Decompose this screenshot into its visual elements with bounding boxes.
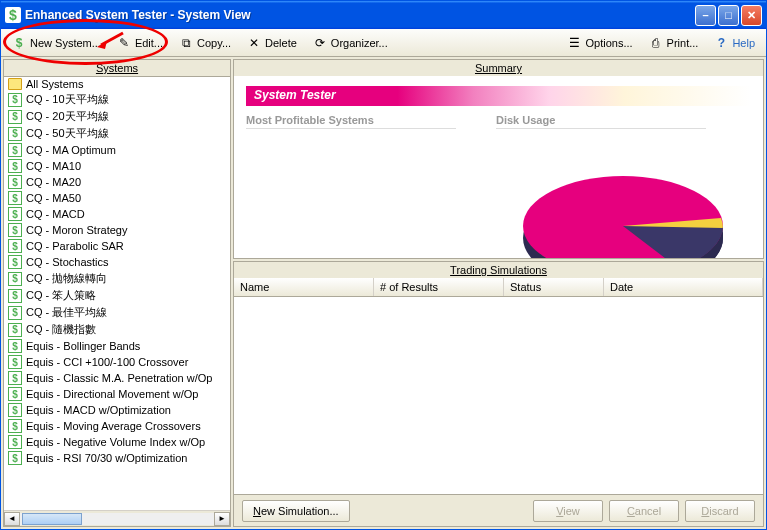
tree-item[interactable]: $CQ - Stochastics xyxy=(4,254,230,270)
tree-item[interactable]: $CQ - MA50 xyxy=(4,190,230,206)
help-icon: ? xyxy=(714,36,728,50)
tree-item-label: CQ - MA Optimum xyxy=(26,144,116,156)
dollar-icon: $ xyxy=(8,419,22,433)
dollar-icon: $ xyxy=(8,223,22,237)
new-simulation-button[interactable]: New Simulation... xyxy=(242,500,350,522)
tree-item[interactable]: $CQ - MA20 xyxy=(4,174,230,190)
tree-item-label: CQ - 拋物線轉向 xyxy=(26,271,107,286)
tree-item-label: Equis - Directional Movement w/Op xyxy=(26,388,198,400)
dollar-icon: $ xyxy=(8,387,22,401)
dollar-icon: $ xyxy=(8,127,22,141)
edit-button[interactable]: ✎ Edit... xyxy=(110,33,170,53)
tree-item[interactable]: $Equis - MACD w/Optimization xyxy=(4,402,230,418)
new-system-button[interactable]: $ New System... xyxy=(5,33,108,53)
dollar-icon: $ xyxy=(8,191,22,205)
col-status[interactable]: Status xyxy=(504,278,604,296)
minimize-button[interactable]: – xyxy=(695,5,716,26)
tree-item[interactable]: $CQ - MA Optimum xyxy=(4,142,230,158)
tree-item-label: CQ - 20天平均線 xyxy=(26,109,109,124)
tree-item[interactable]: $CQ - MA10 xyxy=(4,158,230,174)
col-results[interactable]: # of Results xyxy=(374,278,504,296)
tree-item[interactable]: $Equis - CCI +100/-100 Crossover xyxy=(4,354,230,370)
organizer-button[interactable]: ⟳ Organizer... xyxy=(306,33,395,53)
scroll-right-button[interactable]: ► xyxy=(214,512,230,526)
dollar-icon: $ xyxy=(8,323,22,337)
dollar-icon: $ xyxy=(8,207,22,221)
tree-item-label: CQ - MA10 xyxy=(26,160,81,172)
tree-item[interactable]: $Equis - RSI 70/30 w/Optimization xyxy=(4,450,230,466)
close-button[interactable]: ✕ xyxy=(741,5,762,26)
tree-item-label: CQ - 最佳平均線 xyxy=(26,305,107,320)
tree-item[interactable]: $Equis - Moving Average Crossovers xyxy=(4,418,230,434)
titlebar: $ Enhanced System Tester - System View –… xyxy=(1,1,766,29)
tree-item[interactable]: $CQ - 10天平均線 xyxy=(4,91,230,108)
tree-item[interactable]: $CQ - 50天平均線 xyxy=(4,125,230,142)
trading-table-header: Name # of Results Status Date xyxy=(234,278,763,297)
edit-label: Edit... xyxy=(135,37,163,49)
tree-item[interactable]: $Equis - Classic M.A. Penetration w/Op xyxy=(4,370,230,386)
tree-root-label: All Systems xyxy=(26,78,83,90)
app-icon: $ xyxy=(5,7,21,23)
delete-icon: ✕ xyxy=(247,36,261,50)
tree-item-label: CQ - MA50 xyxy=(26,192,81,204)
print-label: Print... xyxy=(667,37,699,49)
delete-button[interactable]: ✕ Delete xyxy=(240,33,304,53)
summary-banner: System Tester xyxy=(246,86,751,106)
disk-usage-pie-chart xyxy=(513,146,733,258)
tree-root[interactable]: All Systems xyxy=(4,77,230,91)
dollar-icon: $ xyxy=(8,371,22,385)
systems-tree[interactable]: All Systems$CQ - 10天平均線$CQ - 20天平均線$CQ -… xyxy=(4,76,230,510)
scroll-thumb[interactable] xyxy=(22,513,82,525)
toolbar: $ New System... ✎ Edit... ⧉ Copy... ✕ De… xyxy=(1,29,766,57)
tree-item-label: CQ - Parabolic SAR xyxy=(26,240,124,252)
tree-item[interactable]: $Equis - Directional Movement w/Op xyxy=(4,386,230,402)
dollar-icon: $ xyxy=(8,306,22,320)
view-button[interactable]: View xyxy=(533,500,603,522)
tree-item-label: CQ - 笨人策略 xyxy=(26,288,96,303)
options-label: Options... xyxy=(586,37,633,49)
col-name[interactable]: Name xyxy=(234,278,374,296)
dollar-icon: $ xyxy=(8,289,22,303)
tree-item[interactable]: $Equis - Bollinger Bands xyxy=(4,338,230,354)
cancel-button[interactable]: Cancel xyxy=(609,500,679,522)
summary-panel: Summary System Tester Most Profitable Sy… xyxy=(233,59,764,259)
summary-header: Summary xyxy=(234,60,763,76)
pencil-icon: ✎ xyxy=(117,36,131,50)
dollar-icon: $ xyxy=(8,110,22,124)
tree-item[interactable]: $CQ - 隨機指數 xyxy=(4,321,230,338)
tree-item-label: Equis - Classic M.A. Penetration w/Op xyxy=(26,372,212,384)
options-icon: ☰ xyxy=(568,36,582,50)
print-button[interactable]: ⎙ Print... xyxy=(642,33,706,53)
tree-item[interactable]: $CQ - 笨人策略 xyxy=(4,287,230,304)
dollar-icon: $ xyxy=(8,175,22,189)
tree-item[interactable]: $CQ - MACD xyxy=(4,206,230,222)
tree-item-label: CQ - Moron Strategy xyxy=(26,224,127,236)
tree-item-label: CQ - 50天平均線 xyxy=(26,126,109,141)
trading-table-body xyxy=(234,297,763,494)
copy-button[interactable]: ⧉ Copy... xyxy=(172,33,238,53)
tree-item[interactable]: $CQ - Parabolic SAR xyxy=(4,238,230,254)
col-date[interactable]: Date xyxy=(604,278,763,296)
maximize-button[interactable]: □ xyxy=(718,5,739,26)
tree-item[interactable]: $CQ - 最佳平均線 xyxy=(4,304,230,321)
dollar-icon: $ xyxy=(8,435,22,449)
tree-item[interactable]: $CQ - Moron Strategy xyxy=(4,222,230,238)
tree-item[interactable]: $CQ - 20天平均線 xyxy=(4,108,230,125)
print-icon: ⎙ xyxy=(649,36,663,50)
options-button[interactable]: ☰ Options... xyxy=(561,33,640,53)
discard-button[interactable]: Discard xyxy=(685,500,755,522)
organizer-label: Organizer... xyxy=(331,37,388,49)
dollar-icon: $ xyxy=(8,255,22,269)
help-button[interactable]: ? Help xyxy=(707,33,762,53)
trading-simulations-panel: Trading Simulations Name # of Results St… xyxy=(233,261,764,527)
tree-item-label: Equis - MACD w/Optimization xyxy=(26,404,171,416)
tree-item[interactable]: $Equis - Negative Volume Index w/Op xyxy=(4,434,230,450)
dollar-icon: $ xyxy=(8,403,22,417)
horizontal-scrollbar[interactable]: ◄ ► xyxy=(4,510,230,526)
most-profitable-label: Most Profitable Systems xyxy=(246,114,456,129)
tree-item[interactable]: $CQ - 拋物線轉向 xyxy=(4,270,230,287)
bottom-bar: New Simulation... View Cancel Discard xyxy=(234,494,763,526)
scroll-left-button[interactable]: ◄ xyxy=(4,512,20,526)
tree-item-label: Equis - Negative Volume Index w/Op xyxy=(26,436,205,448)
dollar-icon: $ xyxy=(12,36,26,50)
